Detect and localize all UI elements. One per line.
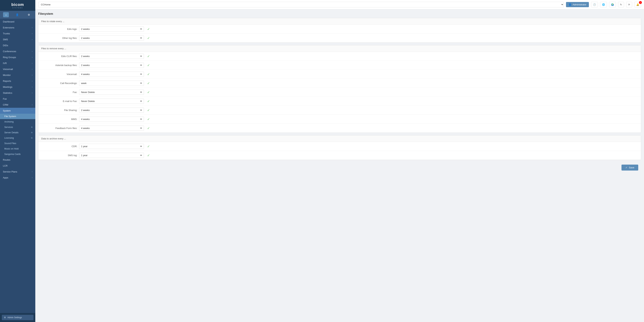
feedback-form-select[interactable]: 4 weeks 1 week 2 weeks 3 weeks Never Del… [79, 126, 144, 131]
sidebar-item-server-details[interactable]: Server Details ⧉ [0, 130, 35, 135]
sidebar-item-service-plans[interactable]: Service Plans › [0, 169, 35, 175]
tenant-dropdown[interactable]: CCHome [38, 2, 564, 7]
sidebar-item-dashboard[interactable]: Dashboard [0, 19, 35, 25]
fax-label: Fax: [41, 91, 77, 94]
sidebar-item-licensing[interactable]: Licensing ⧉ [0, 135, 35, 141]
chevron-down-icon: ˅ [32, 110, 32, 112]
other-log-files-label: Other log files: [41, 37, 77, 39]
email-to-fax-select[interactable]: Never Delete 1 week 2 weeks 3 weeks 4 we… [79, 99, 144, 104]
voicemail-label: Voicemail: [41, 73, 77, 76]
sidebar: bicom SYSTEMS ⌂ 👤 ⚙ Dashboard Extensions… [0, 0, 35, 322]
sidebar-item-music-on-hold[interactable]: Music on Hold [0, 146, 35, 152]
user-icon-btn[interactable]: 👤 [14, 12, 21, 17]
sidebar-item-system[interactable]: System ˅ [0, 108, 35, 114]
cdr-check-icon: ✓ [147, 145, 150, 149]
home-icon-btn[interactable]: ⌂ [3, 12, 9, 17]
voicemail-select[interactable]: 4 weeks 1 week 2 weeks 3 weeks Never Del… [79, 72, 144, 77]
chevron-right-icon: › [32, 38, 32, 40]
fax-check-icon: ✓ [147, 90, 150, 94]
sms-log-select[interactable]: 1 year 1 month 3 months 6 months Never D… [79, 153, 144, 158]
remove-section-card: Files to remove every ... Edis CLIR file… [38, 45, 641, 133]
other-log-files-check-icon: ✓ [147, 36, 150, 40]
clock-icon: 🕐 [593, 3, 596, 6]
administrator-button[interactable]: 👤 Administrator [566, 2, 589, 7]
sidebar-item-conferences[interactable]: Conferences › [0, 48, 35, 54]
call-recordings-select[interactable]: week 2 weeks 3 weeks 4 weeks Never Delet… [79, 81, 144, 86]
remove-section-header: Files to remove every ... [38, 45, 641, 52]
feedback-form-row: Feedback Form files: 4 weeks 1 week 2 we… [38, 124, 641, 133]
chevron-right-icon: › [32, 104, 32, 106]
save-button[interactable]: ✓ Save [622, 164, 638, 170]
sidebar-item-sangoma-cards[interactable]: Sangoma Cards [0, 152, 35, 157]
archive-section-card: Data to archive every ... CDR: 1 year 1 … [38, 135, 641, 160]
sidebar-item-sound-files[interactable]: Sound Files [0, 141, 35, 146]
sidebar-item-file-system[interactable]: File System [0, 114, 35, 119]
archive-section-header: Data to archive every ... [38, 136, 641, 142]
asterisk-backup-select[interactable]: 2 weeks 1 week 3 weeks 4 weeks Never Del… [79, 63, 144, 68]
page-title: Filesystem [38, 12, 641, 15]
sidebar-item-voicemail[interactable]: Voicemail › [0, 66, 35, 72]
sidebar-icon-bar: ⌂ 👤 ⚙ [0, 11, 35, 19]
external-link-icon: ⧉ [31, 126, 32, 128]
bell-icon: 🔔 [636, 3, 639, 6]
sidebar-item-archiving[interactable]: Archiving [0, 119, 35, 125]
fax-select[interactable]: Never Delete 1 week 2 weeks 3 weeks 4 we… [79, 90, 144, 95]
edis-clir-select[interactable]: 2 weeks 1 week 3 weeks 4 weeks Never Del… [79, 54, 144, 59]
chevron-right-icon: › [32, 74, 32, 76]
edis-logs-select[interactable]: 2 weeks 1 week 3 weeks 4 weeks Never Del… [79, 26, 144, 32]
chevron-right-icon: › [32, 62, 32, 64]
sidebar-item-reports[interactable]: Reports › [0, 78, 35, 84]
sidebar-item-trunks[interactable]: Trunks › [0, 31, 35, 36]
sidebar-item-apps[interactable]: Apps › [0, 175, 35, 181]
sidebar-item-routes[interactable]: Routes [0, 157, 35, 163]
mms-select[interactable]: 4 weeks 1 week 2 weeks 3 weeks Never Del… [79, 117, 144, 122]
chevron-right-icon: › [32, 56, 32, 58]
file-sharing-row: File Sharing: 2 weeks 1 week 3 weeks 4 w… [38, 106, 641, 115]
chevron-right-icon: › [32, 86, 32, 88]
logo-name: bicom [11, 2, 24, 7]
refresh-button[interactable]: ↻ [618, 2, 624, 7]
notification-wrap: 🔔 1 [634, 2, 641, 7]
clock-button[interactable]: 🕐 [591, 2, 598, 7]
edis-clir-row: Edis CLIR files: 2 weeks 1 week 3 weeks … [38, 52, 641, 61]
edis-clir-label: Edis CLIR files: [41, 55, 77, 58]
logo: bicom SYSTEMS [0, 0, 35, 11]
sidebar-item-extensions[interactable]: Extensions › [0, 25, 35, 31]
page-content: Filesystem Files to rotate every ... Edi… [35, 9, 644, 322]
chevron-right-icon: › [32, 171, 32, 173]
cdr-select[interactable]: 1 year 1 month 3 months 6 months Never D… [79, 144, 144, 149]
sidebar-item-fax[interactable]: Fax [0, 96, 35, 102]
language-button[interactable]: 🌍 [609, 2, 616, 7]
sidebar-item-sms[interactable]: SMS › [0, 36, 35, 42]
sidebar-item-crm[interactable]: CRM › [0, 102, 35, 108]
other-log-files-select[interactable]: 2 weeks 1 week 3 weeks 4 weeks Never Del… [79, 35, 144, 41]
globe-button[interactable]: 🌐 [600, 2, 607, 7]
sidebar-item-lcr[interactable]: LCR [0, 163, 35, 169]
gear-icon-btn[interactable]: ⚙ [26, 12, 32, 17]
admin-settings-button[interactable]: ⚙ Admin Settings [2, 315, 34, 320]
sidebar-item-ring-groups[interactable]: Ring Groups › [0, 54, 35, 60]
mms-label: MMS: [41, 118, 77, 121]
external-link-icon: ⧉ [31, 132, 32, 134]
voicemail-row: Voicemail: 4 weeks 1 week 2 weeks 3 week… [38, 70, 641, 79]
file-sharing-select[interactable]: 2 weeks 1 week 3 weeks 4 weeks Never Del… [79, 108, 144, 113]
call-recordings-row: Call Recordings: week 2 weeks 3 weeks 4 … [38, 79, 641, 88]
email-to-fax-label: E-mail to Fax: [41, 100, 77, 103]
sidebar-item-monitor[interactable]: Monitor › [0, 72, 35, 78]
sidebar-item-ivr[interactable]: IVR › [0, 60, 35, 66]
chevron-right-icon: › [32, 32, 32, 34]
notification-badge: 1 [639, 1, 642, 4]
sidebar-item-meetings[interactable]: Meetings › [0, 84, 35, 90]
logo-sub: SYSTEMS [11, 7, 24, 9]
rotate-section-header: Files to rotate every ... [38, 18, 641, 25]
sidebar-item-services[interactable]: Services ⧉ [0, 125, 35, 130]
user-icon: 👤 [568, 3, 572, 6]
file-sharing-label: File Sharing: [41, 109, 77, 112]
chevron-right-icon: › [32, 27, 32, 29]
gear-icon: ⚙ [4, 316, 6, 319]
reload-button[interactable]: ⟳ [626, 2, 632, 7]
sidebar-bottom: ⚙ Admin Settings [0, 313, 35, 322]
sidebar-item-statistics[interactable]: Statistics › [0, 90, 35, 96]
sidebar-item-dids[interactable]: DIDs [0, 42, 35, 48]
globe-icon: 🌐 [602, 3, 605, 6]
